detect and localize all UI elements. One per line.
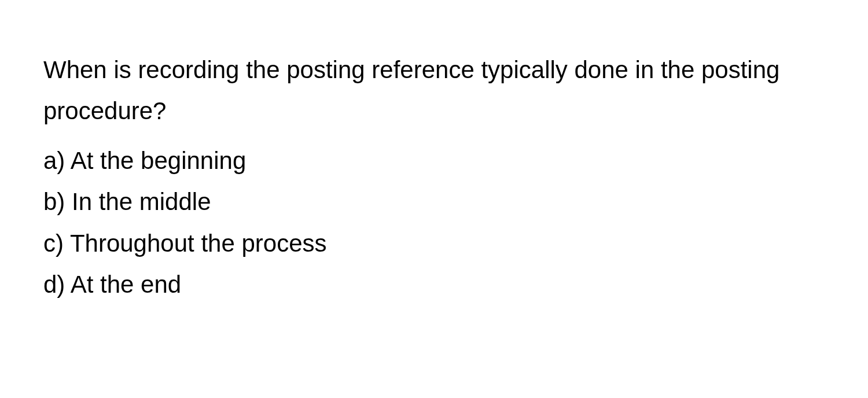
- option-b: b) In the middle: [43, 181, 825, 222]
- question-text: When is recording the posting reference …: [43, 49, 825, 132]
- option-d: d) At the end: [43, 264, 825, 305]
- option-a: a) At the beginning: [43, 140, 825, 181]
- option-c: c) Throughout the process: [43, 223, 825, 264]
